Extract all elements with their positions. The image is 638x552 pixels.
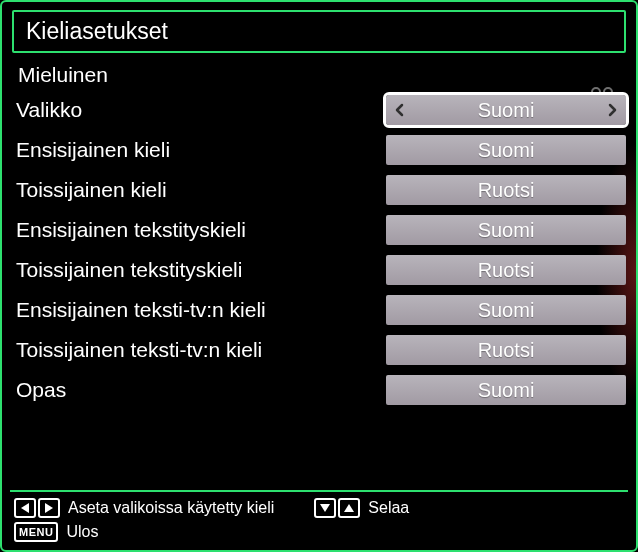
hint-updown-text: Selaa bbox=[368, 499, 409, 517]
setting-label: Toissijainen tekstityskieli bbox=[12, 258, 386, 282]
setting-row[interactable]: ValikkoSuomi bbox=[12, 95, 626, 125]
setting-value-text: Suomi bbox=[478, 299, 535, 322]
left-right-keys-icon bbox=[14, 498, 60, 518]
setting-label: Ensisijainen kieli bbox=[12, 138, 386, 162]
setting-row[interactable]: Toissijainen kieliRuotsi bbox=[12, 175, 626, 205]
setting-value-text: Suomi bbox=[478, 379, 535, 402]
settings-list: ValikkoSuomiEnsisijainen kieliSuomiToiss… bbox=[12, 95, 626, 480]
setting-row[interactable]: OpasSuomi bbox=[12, 375, 626, 405]
section-heading: Mieluinen bbox=[18, 63, 626, 87]
setting-value[interactable]: Ruotsi bbox=[386, 175, 626, 205]
setting-label: Ensisijainen tekstityskieli bbox=[12, 218, 386, 242]
setting-value[interactable]: Suomi bbox=[386, 215, 626, 245]
down-up-keys-icon bbox=[314, 498, 360, 518]
setting-label: Ensisijainen teksti-tv:n kieli bbox=[12, 298, 386, 322]
setting-value[interactable]: Suomi bbox=[386, 375, 626, 405]
setting-row[interactable]: Toissijainen tekstityskieliRuotsi bbox=[12, 255, 626, 285]
setting-value[interactable]: Ruotsi bbox=[386, 255, 626, 285]
setting-label: Toissijainen kieli bbox=[12, 178, 386, 202]
setting-value[interactable]: Suomi bbox=[386, 295, 626, 325]
hint-row-1: Aseta valikoissa käytetty kieli Selaa bbox=[14, 498, 624, 518]
setting-value[interactable]: Suomi bbox=[386, 135, 626, 165]
setting-label: Toissijainen teksti-tv:n kieli bbox=[12, 338, 386, 362]
hint-row-2: MENU Ulos bbox=[14, 522, 624, 542]
setting-row[interactable]: Ensisijainen tekstityskieliSuomi bbox=[12, 215, 626, 245]
title-text: Kieliasetukset bbox=[26, 18, 168, 44]
setting-row[interactable]: Ensisijainen teksti-tv:n kieliSuomi bbox=[12, 295, 626, 325]
setting-label: Opas bbox=[12, 378, 386, 402]
hint-leftright-text: Aseta valikoissa käytetty kieli bbox=[68, 499, 274, 517]
hint-menu-text: Ulos bbox=[66, 523, 98, 541]
setting-value[interactable]: Ruotsi bbox=[386, 335, 626, 365]
setting-value-text: Ruotsi bbox=[478, 179, 535, 202]
setting-row[interactable]: Toissijainen teksti-tv:n kieliRuotsi bbox=[12, 335, 626, 365]
setting-value[interactable]: Suomi bbox=[386, 95, 626, 125]
setting-label: Valikko bbox=[12, 98, 386, 122]
menu-key-icon: MENU bbox=[14, 522, 58, 542]
setting-value-text: Ruotsi bbox=[478, 259, 535, 282]
setting-value-text: Ruotsi bbox=[478, 339, 535, 362]
chevron-left-icon[interactable] bbox=[388, 95, 412, 125]
setting-value-text: Suomi bbox=[478, 139, 535, 162]
setting-row[interactable]: Ensisijainen kieliSuomi bbox=[12, 135, 626, 165]
chevron-right-icon[interactable] bbox=[600, 95, 624, 125]
divider bbox=[10, 490, 628, 492]
footer-hints: Aseta valikoissa käytetty kieli Selaa ME… bbox=[12, 498, 626, 542]
setting-value-text: Suomi bbox=[478, 99, 535, 122]
settings-screen: Kieliasetukset Mieluinen ValikkoSuomiEns… bbox=[0, 0, 638, 552]
setting-value-text: Suomi bbox=[478, 219, 535, 242]
page-title: Kieliasetukset bbox=[12, 10, 626, 53]
